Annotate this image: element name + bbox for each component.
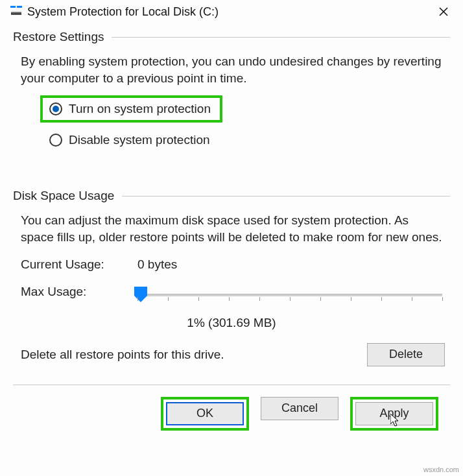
radio-icon (49, 134, 62, 147)
watermark: wsxdn.com (423, 466, 459, 473)
svg-rect-0 (10, 6, 16, 8)
delete-row: Delete all restore points for this drive… (13, 335, 450, 366)
group-header: Restore Settings (13, 30, 450, 44)
divider (13, 385, 450, 385)
divider (122, 196, 450, 196)
ok-button-label: OK (196, 407, 213, 420)
titlebar: System Protection for Local Disk (C:) (0, 0, 463, 25)
disk-space-title: Disk Space Usage (13, 189, 114, 203)
group-header: Disk Space Usage (13, 189, 450, 203)
highlight-box: Turn on system protection (40, 95, 222, 123)
cancel-button-label: Cancel (281, 401, 318, 415)
restore-settings-title: Restore Settings (13, 30, 104, 44)
delete-label: Delete all restore points for this drive… (21, 348, 224, 362)
close-icon (438, 6, 449, 17)
radio-icon (49, 102, 62, 115)
cancel-button[interactable]: Cancel (261, 397, 338, 420)
radio-disable[interactable]: Disable system protection (47, 129, 450, 151)
ok-button[interactable]: OK (166, 402, 244, 425)
highlight-box: OK (161, 397, 249, 431)
window-title: System Protection for Local Disk (C:) (27, 5, 431, 19)
disk-space-group: Disk Space Usage You can adjust the maxi… (13, 189, 450, 366)
current-usage-label: Current Usage: (21, 257, 137, 272)
delete-button-label: Delete (389, 348, 423, 361)
drive-icon (10, 6, 22, 18)
radio-label-off: Disable system protection (69, 133, 210, 147)
restore-description: By enabling system protection, you can u… (13, 53, 450, 95)
highlight-box: Apply (350, 397, 438, 431)
current-usage-value: 0 bytes (137, 257, 177, 272)
radio-turn-on[interactable]: Turn on system protection (49, 102, 211, 116)
close-button[interactable] (431, 2, 457, 21)
svg-rect-3 (11, 11, 21, 12)
radio-label-on: Turn on system protection (69, 102, 211, 116)
slider-ticks (137, 297, 442, 302)
slider-value-label: 1% (301.69 MB) (13, 316, 450, 330)
disk-description: You can adjust the maximum disk space us… (13, 212, 450, 254)
dialog-footer: OK Cancel Apply (13, 397, 450, 431)
divider (112, 37, 450, 38)
dialog-content: Restore Settings By enabling system prot… (0, 25, 463, 431)
max-usage-slider[interactable] (137, 294, 442, 296)
current-usage-row: Current Usage: 0 bytes (13, 255, 450, 274)
svg-rect-1 (17, 6, 22, 8)
apply-button-label: Apply (379, 407, 409, 420)
apply-button[interactable]: Apply (355, 402, 433, 425)
max-usage-label: Max Usage: (21, 285, 137, 299)
max-usage-row: Max Usage: (13, 285, 450, 304)
delete-button[interactable]: Delete (367, 343, 445, 366)
restore-settings-group: Restore Settings By enabling system prot… (13, 30, 450, 151)
